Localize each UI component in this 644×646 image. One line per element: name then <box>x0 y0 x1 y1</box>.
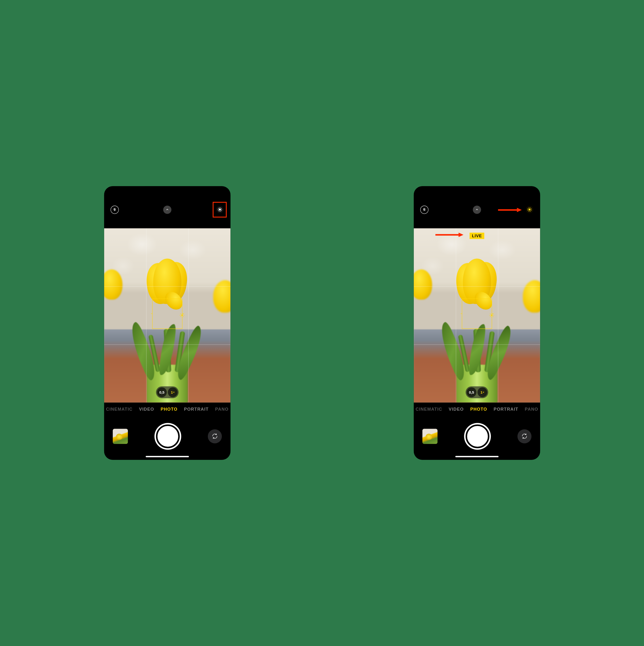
svg-line-26 <box>490 313 491 314</box>
mode-video[interactable]: VIDEO <box>139 407 154 412</box>
grid-line <box>104 344 230 345</box>
phone-screen-right: LIVE 0,5 1× CINEMATIC VIDEO PHOTO PORTRA… <box>414 186 540 460</box>
notch <box>454 186 500 195</box>
svg-point-21 <box>491 314 493 316</box>
annotation-arrow <box>498 207 522 213</box>
svg-marker-20 <box>459 233 463 237</box>
chevron-up-icon <box>475 208 479 212</box>
mode-cinematic[interactable]: CINEMATIC <box>106 407 132 412</box>
camera-flip-button[interactable] <box>208 429 222 444</box>
flash-button[interactable] <box>110 206 119 214</box>
camera-options-button[interactable] <box>473 206 481 214</box>
zoom-label: 1 <box>171 390 173 395</box>
camera-flip-icon <box>212 433 218 440</box>
zoom-label: 1 <box>480 390 483 395</box>
camera-options-button[interactable] <box>163 206 171 214</box>
home-indicator[interactable] <box>455 456 499 457</box>
mode-selector[interactable]: CINEMATIC VIDEO PHOTO PORTRAIT PANO <box>104 403 230 413</box>
zoom-selector: 0,5 1× <box>156 387 178 399</box>
svg-line-11 <box>183 313 184 314</box>
mode-selector[interactable]: CINEMATIC VIDEO PHOTO PORTRAIT PANO <box>414 403 540 413</box>
zoom-suffix: × <box>483 391 484 394</box>
shutter-button[interactable] <box>466 424 489 448</box>
svg-line-12 <box>180 316 181 317</box>
mode-portrait[interactable]: PORTRAIT <box>494 407 518 412</box>
zoom-selector: 0,5 1× <box>466 387 488 399</box>
phone-screen-left: 0,5 1× CINEMATIC VIDEO PHOTO PORTRAIT PA… <box>104 186 230 460</box>
flash-button[interactable] <box>420 206 428 214</box>
camera-bottom-bar: CINEMATIC VIDEO PHOTO PORTRAIT PANO <box>104 403 230 460</box>
zoom-label: 0,5 <box>469 390 474 395</box>
svg-line-9 <box>180 313 181 314</box>
flash-off-icon <box>113 208 116 212</box>
live-photo-icon <box>525 206 533 214</box>
grid-line <box>146 228 146 403</box>
svg-point-4 <box>181 314 183 316</box>
mode-pano[interactable]: PANO <box>525 407 538 412</box>
camera-flip-button[interactable] <box>517 429 531 444</box>
notch <box>144 186 190 195</box>
mode-portrait[interactable]: PORTRAIT <box>184 407 209 412</box>
mode-pano[interactable]: PANO <box>215 407 229 412</box>
sun-icon[interactable] <box>489 313 494 318</box>
home-indicator[interactable] <box>146 456 189 457</box>
flash-off-icon <box>422 208 426 212</box>
annotation-highlight-box <box>213 202 227 218</box>
camera-flip-icon <box>521 433 528 440</box>
chevron-up-icon <box>166 208 169 212</box>
mode-cinematic[interactable]: CINEMATIC <box>415 407 442 412</box>
svg-marker-18 <box>517 208 522 212</box>
zoom-option-1x[interactable]: 1× <box>168 387 177 397</box>
grid-line <box>104 287 230 287</box>
grid-line <box>188 228 188 403</box>
svg-line-29 <box>490 316 491 317</box>
live-photo-button[interactable] <box>525 206 534 214</box>
focus-indicator[interactable] <box>462 299 492 329</box>
last-photo-thumbnail[interactable] <box>113 429 128 444</box>
annotation-arrow <box>435 232 463 238</box>
zoom-option-1x[interactable]: 1× <box>478 387 487 397</box>
live-badge: LIVE <box>470 233 484 239</box>
zoom-suffix: × <box>173 391 174 394</box>
zoom-option-0-5[interactable]: 0,5 <box>157 387 167 397</box>
mode-photo[interactable]: PHOTO <box>160 407 177 412</box>
sun-icon[interactable] <box>179 313 184 318</box>
zoom-option-0-5[interactable]: 0,5 <box>467 387 477 397</box>
svg-line-27 <box>493 316 494 317</box>
shutter-button[interactable] <box>156 424 179 448</box>
grid-line <box>414 287 540 287</box>
camera-viewfinder[interactable]: LIVE 0,5 1× <box>414 228 540 403</box>
svg-point-14 <box>528 208 530 211</box>
camera-viewfinder[interactable]: 0,5 1× <box>104 228 230 403</box>
focus-indicator[interactable] <box>152 299 182 329</box>
last-photo-thumbnail[interactable] <box>422 429 437 444</box>
svg-line-10 <box>183 316 184 317</box>
grid-line <box>456 228 456 403</box>
mode-video[interactable]: VIDEO <box>448 407 464 412</box>
grid-line <box>414 344 540 345</box>
svg-line-28 <box>493 313 494 314</box>
zoom-label: 0,5 <box>159 390 164 395</box>
mode-photo[interactable]: PHOTO <box>470 407 487 412</box>
camera-bottom-bar: CINEMATIC VIDEO PHOTO PORTRAIT PANO <box>414 403 540 460</box>
